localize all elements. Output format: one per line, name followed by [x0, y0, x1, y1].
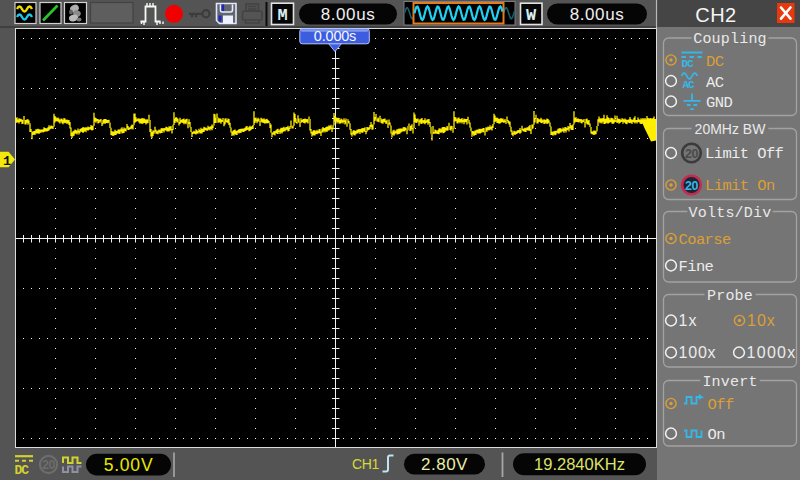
svg-text:1000x: 1000x — [747, 344, 797, 361]
svg-text:DC: DC — [15, 463, 30, 478]
svg-text:Coupling: Coupling — [693, 31, 767, 48]
svg-text:20: 20 — [685, 179, 698, 193]
svg-text:20MHz BW: 20MHz BW — [695, 121, 767, 137]
svg-text:10x: 10x — [747, 312, 776, 329]
svg-text:100x: 100x — [679, 344, 717, 361]
svg-text:GND: GND — [706, 94, 732, 112]
svg-text:W: W — [526, 6, 537, 25]
svg-text:DC: DC — [706, 53, 724, 71]
svg-text:AC: AC — [706, 74, 724, 92]
svg-text:Fine: Fine — [679, 258, 714, 276]
svg-text:20: 20 — [685, 147, 698, 161]
svg-text:Probe: Probe — [707, 288, 753, 305]
svg-text:DC: DC — [682, 58, 695, 70]
svg-text:CH1: CH1 — [352, 456, 380, 472]
svg-text:Volts/Div: Volts/Div — [689, 205, 772, 222]
svg-text:19.2840KHz: 19.2840KHz — [534, 455, 625, 473]
svg-text:M: M — [277, 6, 287, 25]
svg-text:1: 1 — [3, 154, 11, 169]
svg-text:Coarse: Coarse — [679, 231, 732, 249]
svg-text:2.80V: 2.80V — [421, 455, 468, 474]
svg-text:On: On — [708, 426, 725, 444]
svg-text:Limit On: Limit On — [705, 177, 775, 195]
svg-text:CH2: CH2 — [695, 4, 737, 26]
svg-text:Limit Off: Limit Off — [705, 145, 784, 163]
svg-text:AC: AC — [683, 79, 696, 91]
svg-text:8.00us: 8.00us — [321, 5, 376, 24]
svg-text:0.000s: 0.000s — [314, 28, 356, 44]
svg-text:8.00us: 8.00us — [570, 5, 625, 24]
svg-text:20: 20 — [42, 458, 55, 472]
svg-text:1x: 1x — [679, 312, 698, 329]
svg-text:5.00V: 5.00V — [104, 455, 154, 475]
svg-text:Invert: Invert — [702, 374, 757, 391]
svg-text:Off: Off — [708, 396, 734, 414]
